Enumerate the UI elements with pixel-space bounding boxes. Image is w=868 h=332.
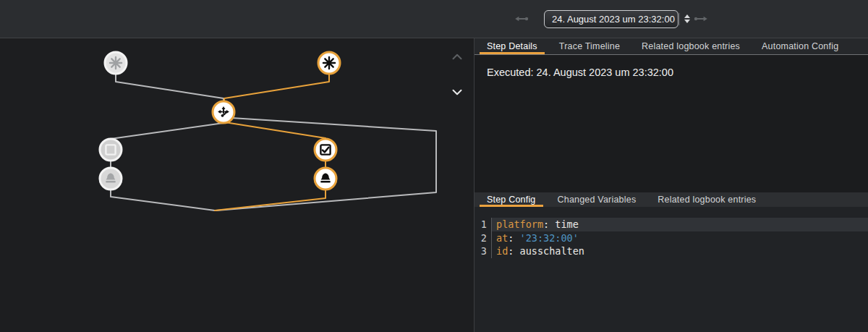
code-line: 2at: '23:32:00' [475,231,868,245]
line-number: 2 [475,231,492,245]
chevron-down-icon [449,84,465,100]
graph-node-trigger-2[interactable] [318,52,340,74]
executed-timestamp: Executed: 24. August 2023 um 23:32:00 [487,67,856,78]
next-trace-button[interactable] [692,9,710,28]
tab-related-logbook-entries[interactable]: Related logbook entries [650,192,763,207]
graph-edge-active [224,75,329,101]
select-previous-node-button[interactable] [449,49,465,65]
graph-edge-active [225,122,326,138]
details-tabbar: Step DetailsTrace TimelineRelated logboo… [475,38,868,55]
tab-trace-timeline[interactable]: Trace Timeline [552,38,627,54]
tab-automation-config[interactable]: Automation Config [754,38,846,54]
ray-end-arrow-left-icon [513,10,530,27]
trace-navigation: 24. August 2023 um 23:32:00 [512,0,710,38]
asterisk-icon [323,57,335,69]
graph-edge-idle [111,190,215,210]
line-number: 1 [475,218,492,231]
automation-trace-app: 24. August 2023 um 23:32:00 [0,0,868,332]
config-tabbar: Step ConfigChanged VariablesRelated logb… [475,192,868,207]
chevron-up-icon [449,49,465,65]
trace-select[interactable]: 24. August 2023 um 23:32:00 [544,10,678,28]
graph-edge-idle [111,123,224,139]
code-text: platform: time [492,218,868,231]
select-next-node-button[interactable] [449,84,465,100]
code-text: at: '23:32:00' [492,231,868,245]
graph-node-service-left[interactable] [100,168,122,190]
graph-node-trigger-1[interactable] [105,52,127,74]
line-number: 3 [475,244,492,258]
tab-related-logbook-entries[interactable]: Related logbook entries [634,38,747,54]
trace-graph-panel [0,38,475,332]
graph-node-condition-right[interactable] [315,139,336,161]
graph-edge-active [215,190,326,210]
trace-select-value: 24. August 2023 um 23:32:00 [552,14,675,25]
tab-step-details[interactable]: Step Details [480,38,545,54]
trace-details-panel: Step DetailsTrace TimelineRelated logboo… [475,38,868,332]
tab-step-config[interactable]: Step Config [480,192,543,207]
trace-graph [0,38,475,332]
asterisk-icon [110,57,122,69]
graph-node-condition-left[interactable] [100,139,122,161]
previous-trace-button[interactable] [512,9,531,28]
graph-node-choose[interactable] [213,101,234,123]
ray-start-arrow-right-icon [692,10,710,27]
tab-changed-variables[interactable]: Changed Variables [550,192,644,207]
step-details-content: Executed: 24. August 2023 um 23:32:00 [475,55,868,192]
select-stepper-icon [679,13,690,25]
graph-edge-idle [116,75,224,101]
code-line: 1platform: time [475,218,868,231]
graph-node-service-right[interactable] [315,168,336,190]
code-text: id: ausschalten [492,244,868,258]
yaml-editor[interactable]: 1platform: time2at: '23:32:00'3id: aussc… [475,207,868,332]
code-line: 3id: ausschalten [475,244,868,258]
trace-toolbar: 24. August 2023 um 23:32:00 [0,0,868,38]
